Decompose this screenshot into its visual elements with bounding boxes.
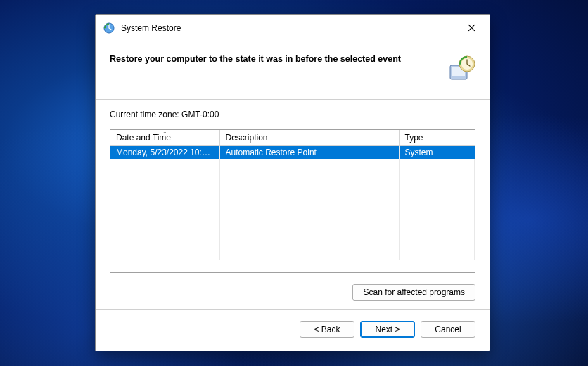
system-restore-dialog: System Restore Restore your computer to … — [95, 14, 490, 351]
close-button[interactable] — [460, 18, 482, 38]
table-row-empty — [110, 171, 475, 184]
next-button[interactable]: Next > — [360, 321, 415, 338]
cell-description: Automatic Restore Point — [219, 146, 399, 159]
footer: < Back Next > Cancel — [96, 310, 490, 351]
titlebar: System Restore — [96, 15, 490, 41]
page-heading: Restore your computer to the state it wa… — [110, 54, 401, 64]
restore-points-table[interactable]: ⌄ Date and Time Description Type Monday,… — [110, 129, 475, 273]
table-row[interactable]: Monday, 5/23/2022 10:11:... Automatic Re… — [110, 146, 475, 159]
table-row-empty — [110, 209, 475, 222]
scan-row: Scan for affected programs — [110, 284, 475, 301]
restore-clock-icon — [446, 54, 475, 84]
table-row-empty — [110, 184, 475, 197]
timezone-label: Current time zone: GMT-0:00 — [110, 110, 475, 119]
cell-date: Monday, 5/23/2022 10:11:... — [110, 146, 219, 159]
table-row-empty — [110, 159, 475, 171]
table-row-empty — [110, 197, 475, 209]
table-row-empty — [110, 235, 475, 247]
cancel-button[interactable]: Cancel — [421, 321, 475, 338]
header-section: Restore your computer to the state it wa… — [96, 41, 490, 99]
table-header-row: ⌄ Date and Time Description Type — [110, 130, 475, 146]
table-row-empty — [110, 222, 475, 235]
scan-affected-programs-button[interactable]: Scan for affected programs — [352, 284, 475, 301]
column-header-date[interactable]: ⌄ Date and Time — [110, 130, 219, 146]
back-button[interactable]: < Back — [300, 321, 354, 338]
system-restore-icon — [103, 22, 115, 34]
content-area: Current time zone: GMT-0:00 ⌄ Date and T… — [96, 100, 490, 309]
column-header-description[interactable]: Description — [219, 130, 399, 146]
sort-descending-icon: ⌄ — [162, 129, 167, 135]
table-row-empty — [110, 247, 475, 260]
window-title: System Restore — [121, 23, 181, 33]
cell-type: System — [399, 146, 475, 159]
column-header-type[interactable]: Type — [399, 130, 475, 146]
close-icon — [468, 24, 475, 32]
